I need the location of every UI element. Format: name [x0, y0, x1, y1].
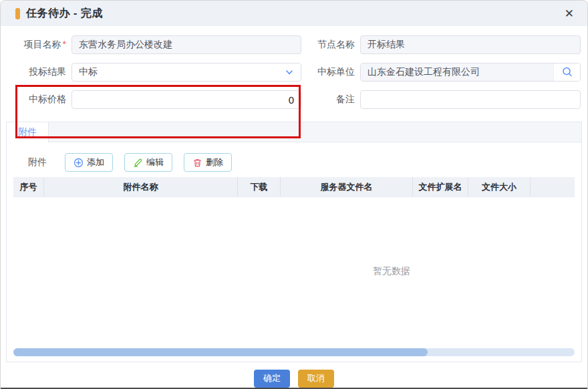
tab-bar: 附件	[7, 122, 581, 142]
attachment-tab-content: 附件 添加 编辑 删除	[7, 142, 581, 362]
attachment-tab-card: 附件 附件 添加 编辑	[6, 122, 582, 362]
column-header-extension: 文件扩展名	[413, 177, 468, 197]
project-name-value[interactable]	[79, 39, 294, 50]
dialog-titlebar: 任务待办 - 完成 ✕	[1, 1, 587, 26]
remark-input[interactable]	[360, 90, 581, 109]
remark-label: 备注	[301, 94, 360, 106]
attachment-toolbar-label: 附件	[28, 156, 47, 168]
column-header-filesize: 文件大小	[468, 177, 531, 197]
node-name-label: 节点名称	[301, 39, 360, 51]
attachment-table-header: 序号 附件名称 下载 服务器文件名 文件扩展名 文件大小	[13, 177, 575, 197]
edit-button[interactable]: 编辑	[124, 153, 172, 172]
winning-unit-label: 中标单位	[301, 66, 360, 78]
cancel-button[interactable]: 取消	[298, 370, 334, 388]
delete-button[interactable]: 删除	[184, 153, 232, 172]
bid-result-label: 投标结果	[7, 66, 71, 78]
empty-data-text: 暂无数据	[373, 265, 410, 277]
column-header-name: 附件名称	[44, 177, 238, 197]
attachment-toolbar: 附件 添加 编辑 删除	[13, 153, 575, 172]
winning-unit-value: 山东金石建设工程有限公司	[361, 63, 553, 81]
node-name-input[interactable]	[360, 35, 581, 54]
attachment-table: 序号 附件名称 下载 服务器文件名 文件扩展名 文件大小	[13, 177, 575, 197]
confirm-button[interactable]: 确定	[254, 370, 290, 388]
field-winning-unit: 中标单位 山东金石建设工程有限公司	[301, 63, 581, 82]
delete-trash-icon	[192, 158, 202, 168]
project-name-label: 项目名称*	[7, 39, 71, 51]
edit-button-label: 编辑	[146, 156, 164, 168]
remark-value[interactable]	[368, 94, 573, 105]
title-accent-bar	[15, 8, 20, 19]
winning-unit-input[interactable]: 山东金石建设工程有限公司	[360, 63, 581, 82]
winning-price-input[interactable]	[71, 90, 301, 109]
task-todo-dialog: 任务待办 - 完成 ✕ 项目名称* 投标结果 中标 中标价格	[0, 0, 588, 389]
add-button-label: 添加	[87, 156, 104, 168]
field-winning-price: 中标价格	[7, 90, 301, 109]
dialog-title: 任务待办 - 完成	[26, 7, 103, 21]
winning-price-label: 中标价格	[7, 94, 71, 106]
horizontal-scrollbar-thumb[interactable]	[13, 348, 428, 356]
column-header-blank	[531, 177, 575, 197]
field-remark: 备注	[301, 90, 581, 109]
edit-pencil-icon	[133, 158, 143, 168]
bid-result-value: 中标	[79, 66, 98, 78]
form-column-right: 节点名称 中标单位 山东金石建设工程有限公司 备注	[301, 35, 581, 118]
tab-attachment[interactable]: 附件	[7, 122, 49, 142]
column-header-download: 下载	[238, 177, 281, 197]
attachment-table-body: 暂无数据	[13, 197, 575, 347]
project-name-input[interactable]	[71, 35, 301, 54]
field-node-name: 节点名称	[301, 35, 581, 54]
close-icon[interactable]: ✕	[563, 7, 575, 21]
dialog-footer: 确定 取消	[1, 362, 587, 389]
node-name-value[interactable]	[368, 39, 573, 50]
required-asterisk: *	[63, 39, 66, 49]
delete-button-label: 删除	[206, 156, 223, 168]
winning-price-value[interactable]	[79, 94, 294, 106]
field-project-name: 项目名称*	[7, 35, 301, 54]
search-icon[interactable]	[553, 63, 580, 81]
field-bid-result: 投标结果 中标	[7, 63, 301, 82]
form-area: 项目名称* 投标结果 中标 中标价格	[1, 26, 587, 122]
column-header-serverfile: 服务器文件名	[281, 177, 413, 197]
form-column-left: 项目名称* 投标结果 中标 中标价格	[7, 35, 301, 118]
add-circle-plus-icon	[74, 158, 84, 168]
horizontal-scrollbar[interactable]	[13, 348, 575, 356]
column-header-seq: 序号	[13, 177, 44, 197]
bid-result-select[interactable]: 中标	[71, 63, 301, 82]
add-button[interactable]: 添加	[65, 153, 113, 172]
chevron-down-icon[interactable]	[285, 68, 294, 77]
